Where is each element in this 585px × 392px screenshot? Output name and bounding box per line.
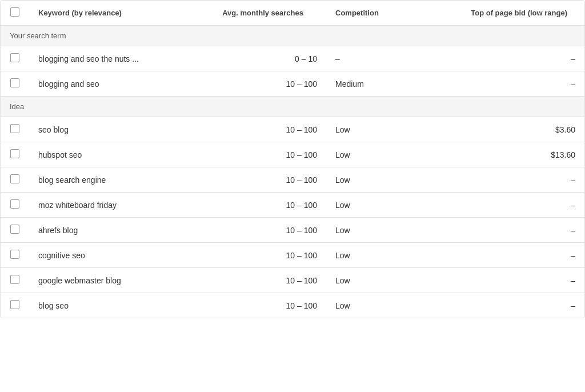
section-label: Your search term (1, 26, 584, 46)
bid-col-label: Top of page bid (low range) (471, 9, 567, 17)
avg-column-header: Avg. monthly searches (195, 1, 326, 26)
keyword-column-header: Keyword (by relevance) (29, 1, 195, 26)
row-avg: 10 – 100 (195, 117, 326, 142)
keyword-col-label: Keyword (by relevance) (38, 9, 122, 17)
avg-col-label: Avg. monthly searches (222, 9, 303, 17)
table-row: blogging and seo the nuts ... 0 – 10 – – (1, 46, 584, 71)
row-checkbox-cell (1, 193, 29, 218)
select-all-checkbox[interactable] (10, 7, 19, 17)
row-checkbox[interactable] (10, 250, 19, 259)
row-checkbox-cell (1, 71, 29, 97)
row-keyword: moz whiteboard friday (29, 193, 195, 218)
row-bid: – (452, 71, 584, 97)
row-bid: – (452, 243, 584, 268)
row-checkbox-cell (1, 218, 29, 243)
row-checkbox[interactable] (10, 124, 19, 133)
row-checkbox-cell (1, 268, 29, 293)
header-checkbox-cell (1, 1, 29, 26)
table-row: blog seo 10 – 100 Low – (1, 293, 584, 318)
row-bid: – (452, 293, 584, 318)
row-checkbox-cell (1, 293, 29, 318)
row-checkbox-cell (1, 243, 29, 268)
row-bid: – (452, 167, 584, 193)
row-checkbox-cell (1, 142, 29, 167)
row-checkbox[interactable] (10, 199, 19, 209)
row-keyword: seo blog (29, 117, 195, 142)
table-row: seo blog 10 – 100 Low $3.60 (1, 117, 584, 142)
row-competition: Low (326, 268, 452, 293)
row-competition: Low (326, 142, 452, 167)
section-header-0: Your search term (1, 26, 584, 46)
row-avg: 10 – 100 (195, 193, 326, 218)
row-keyword: blogging and seo the nuts ... (29, 46, 195, 71)
row-keyword: blog search engine (29, 167, 195, 193)
row-competition: Low (326, 293, 452, 318)
row-avg: 10 – 100 (195, 293, 326, 318)
row-checkbox[interactable] (10, 300, 19, 309)
row-competition: Low (326, 218, 452, 243)
row-competition: Low (326, 243, 452, 268)
row-keyword: hubspot seo (29, 142, 195, 167)
row-checkbox[interactable] (10, 225, 19, 234)
row-bid: – (452, 193, 584, 218)
row-checkbox-cell (1, 167, 29, 193)
row-avg: 10 – 100 (195, 218, 326, 243)
row-checkbox[interactable] (10, 78, 19, 87)
row-bid: – (452, 218, 584, 243)
table-row: ahrefs blog 10 – 100 Low – (1, 218, 584, 243)
row-avg: 10 – 100 (195, 167, 326, 193)
table-row: moz whiteboard friday 10 – 100 Low – (1, 193, 584, 218)
row-avg: 0 – 10 (195, 46, 326, 71)
row-checkbox[interactable] (10, 53, 19, 62)
row-bid: – (452, 268, 584, 293)
row-competition: Medium (326, 71, 452, 97)
table-row: cognitive seo 10 – 100 Low – (1, 243, 584, 268)
row-competition: – (326, 46, 452, 71)
table-row: blog search engine 10 – 100 Low – (1, 167, 584, 193)
row-checkbox[interactable] (10, 275, 19, 284)
table-row: hubspot seo 10 – 100 Low $13.60 (1, 142, 584, 167)
bid-column-header: Top of page bid (low range) (452, 1, 584, 26)
row-keyword: ahrefs blog (29, 218, 195, 243)
row-avg: 10 – 100 (195, 268, 326, 293)
table-row: google webmaster blog 10 – 100 Low – (1, 268, 584, 293)
row-keyword: blog seo (29, 293, 195, 318)
row-avg: 10 – 100 (195, 142, 326, 167)
row-keyword: blogging and seo (29, 71, 195, 97)
row-checkbox-cell (1, 117, 29, 142)
row-bid: $3.60 (452, 117, 584, 142)
table-row: blogging and seo 10 – 100 Medium – (1, 71, 584, 97)
row-checkbox-cell (1, 46, 29, 71)
section-label: Idea (1, 97, 584, 117)
row-checkbox[interactable] (10, 174, 19, 183)
row-competition: Low (326, 167, 452, 193)
row-keyword: cognitive seo (29, 243, 195, 268)
row-checkbox[interactable] (10, 149, 19, 158)
competition-column-header: Competition (326, 1, 452, 26)
section-header-1: Idea (1, 97, 584, 117)
row-competition: Low (326, 117, 452, 142)
row-keyword: google webmaster blog (29, 268, 195, 293)
row-competition: Low (326, 193, 452, 218)
row-bid: – (452, 46, 584, 71)
comp-col-label: Competition (335, 9, 379, 17)
row-avg: 10 – 100 (195, 243, 326, 268)
row-bid: $13.60 (452, 142, 584, 167)
row-avg: 10 – 100 (195, 71, 326, 97)
keyword-table: Keyword (by relevance) Avg. monthly sear… (0, 0, 585, 318)
